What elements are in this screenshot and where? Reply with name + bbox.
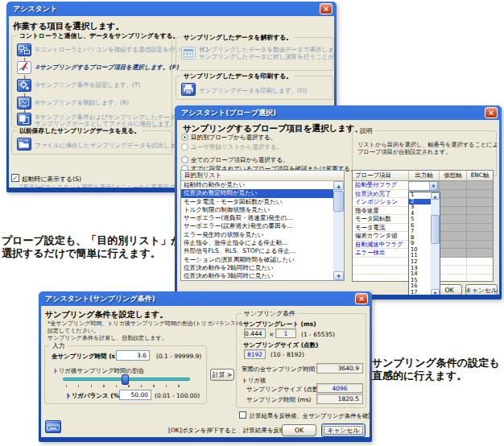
col-virtual-axis[interactable]: 仮想軸 (440, 171, 467, 181)
probe-item[interactable] (353, 275, 409, 283)
axis-cell[interactable] (440, 181, 467, 190)
chevron-down-icon[interactable]: ▼ (429, 182, 437, 190)
print-data-icon[interactable] (181, 83, 196, 96)
scroll-thumb[interactable] (431, 215, 440, 244)
analyze-data-icon[interactable] (181, 47, 196, 60)
axis-cell[interactable] (467, 190, 493, 199)
sampling-conditions-titlebar[interactable]: アシスタント(サンプリング条件) × (41, 291, 370, 306)
axis-cell[interactable] (440, 241, 467, 250)
axis-cell[interactable] (440, 190, 467, 199)
load-data-icon[interactable] (17, 138, 31, 151)
axis-cell[interactable] (467, 224, 493, 233)
radio-purpose-probe-label[interactable]: 目的別プローブから選択する。 (191, 134, 276, 142)
col-enc-axis[interactable]: ENC軸 (467, 171, 493, 181)
probe-item[interactable]: 偏差カウンタ値 (353, 232, 409, 241)
startup-checkbox[interactable]: ✓ (11, 174, 19, 182)
axis-cell[interactable] (440, 249, 467, 258)
trigger-balance-input[interactable]: 50.00 (119, 390, 151, 400)
probe-select-icon[interactable] (17, 61, 31, 74)
cancel-button[interactable]: キャンセル (465, 284, 498, 295)
axis-cell[interactable] (440, 266, 467, 275)
col-output-axis[interactable]: 出力軸 (409, 171, 440, 181)
list-item[interactable]: 外部信号FLS、RLS、STOPによる停止... (181, 247, 333, 255)
list-item[interactable]: サーボエラー(過負荷・過速度)発生の... (181, 214, 333, 222)
scroll-up-icon[interactable]: ▲ (333, 181, 344, 190)
probe-item[interactable]: モータ回転数 (353, 215, 409, 224)
axis-cell[interactable] (440, 215, 467, 224)
cancel-button[interactable]: キャンセル (321, 423, 366, 437)
list-item[interactable]: 停止指令、急停止指令による停止動... (181, 239, 333, 247)
output-axis-combo[interactable]: ▼ (408, 181, 438, 191)
list-item[interactable]: モーションの演算周期時間を確認したい (181, 256, 333, 264)
radio-all-probe[interactable] (181, 156, 188, 163)
keyboard-icon[interactable] (45, 420, 61, 433)
confirm-checkbox[interactable] (239, 411, 246, 419)
save-data-icon[interactable] (17, 113, 31, 126)
scroll-up-icon[interactable]: ▲ (431, 192, 440, 200)
comm-settings-icon[interactable] (17, 43, 31, 56)
probe-item[interactable] (353, 258, 409, 266)
probe-select-titlebar[interactable]: アシスタント(プローブ選択) × (177, 105, 499, 120)
axis-cell[interactable] (467, 232, 493, 241)
list-item[interactable]: 始動時の動作が見たい (181, 181, 333, 189)
axis-cell[interactable] (467, 241, 493, 250)
scroll-down-icon[interactable]: ▼ (431, 289, 440, 295)
axis-cell[interactable] (467, 215, 493, 224)
axis-cell[interactable] (467, 198, 493, 207)
close-icon[interactable]: × (320, 3, 333, 14)
list-item[interactable]: エラー発生時の状態を見たい (181, 231, 333, 239)
list-item-selected[interactable]: 位置決め整定時間が見たい (181, 189, 333, 197)
step-probe-select[interactable]: ②サンプリングするプローブ項目を選択します。(P) (35, 64, 179, 72)
axis-cell[interactable] (440, 207, 467, 216)
assistant-title: アシスタント (13, 4, 57, 14)
list-item[interactable]: モータ電流・モータ回転数が見たい (181, 198, 333, 206)
axis-cell[interactable] (467, 266, 493, 275)
axis-cell[interactable] (467, 258, 493, 266)
probe-item[interactable]: インポジション (353, 198, 409, 207)
close-icon[interactable]: × (485, 107, 498, 118)
axis-cell[interactable] (440, 258, 467, 266)
load-data-link[interactable]: ファイルに保存したサンプリングデータを読出します。(L) (35, 142, 196, 150)
axis-cell[interactable] (440, 224, 467, 233)
assistant-titlebar[interactable]: アシスタント × (9, 2, 334, 16)
analyze-data-line2[interactable]: サンプリングしたデータに対し演算を行うことができます。(D) (199, 53, 334, 61)
total-time-input[interactable]: 3.6 (116, 350, 150, 361)
axis-cell[interactable] (467, 249, 493, 258)
probe-item[interactable]: 自動減速中フラグ (353, 241, 409, 250)
rate-multiplier-box[interactable]: 1 (275, 328, 296, 338)
probe-item[interactable]: 始動受付フラグ (353, 181, 409, 190)
sampling-conditions-icon[interactable] (17, 79, 31, 92)
list-item[interactable]: トルク制限の制御状態を見たい (181, 206, 333, 214)
scroll-down-icon[interactable]: ▼ (333, 271, 344, 280)
purpose-list-header[interactable]: 目的別リスト (181, 171, 344, 181)
axis-cell[interactable] (467, 275, 493, 283)
step-sampling-conditions[interactable]: ③サンプリング条件を設定します。(T) (35, 81, 140, 89)
probe-item[interactable] (353, 266, 409, 275)
axis-cell[interactable] (440, 198, 467, 207)
list-item[interactable]: 位置決め動作を2軸同時に見たい (181, 264, 333, 272)
purpose-list-scrollbar[interactable]: ▲ ▼ (333, 181, 344, 280)
ok-button[interactable]: OK (282, 424, 316, 436)
calculate-button[interactable]: 計算 > (210, 369, 234, 381)
close-icon[interactable]: × (355, 293, 368, 304)
radio-all-probe-label[interactable]: 全てのプローブ項目から選択する。 (191, 156, 289, 164)
size-value-box[interactable]: 8192 (244, 349, 266, 359)
dropdown-scrollbar[interactable]: ▲ ▼ (431, 192, 440, 295)
probe-item[interactable]: 指令速度 (353, 207, 409, 216)
print-data-link[interactable]: サンプリングデータを印刷します。(O) (199, 87, 307, 95)
trigger-balance-slider-thumb[interactable] (122, 374, 129, 385)
list-item[interactable]: サーボエラー(誤差過大)発生の要因を... (181, 222, 333, 230)
list-item[interactable]: 位置決め動作を3軸同時に見たい (181, 272, 333, 280)
axis-cell[interactable] (467, 207, 493, 216)
step-start-sampling[interactable]: ④サンプリングを開始します。(R) (35, 99, 129, 107)
probe-item[interactable]: モータ電流 (353, 224, 409, 233)
axis-cell[interactable] (467, 181, 493, 190)
probe-item[interactable]: 位置決め完了 (353, 190, 409, 199)
axis-cell[interactable] (440, 275, 467, 283)
probe-item[interactable]: エラー検出 (353, 249, 409, 258)
analyze-group: サンプリングしたデータを解析する。 サンプリングしたデータを数値データで表示しま… (176, 37, 333, 71)
scroll-thumb[interactable] (333, 191, 344, 212)
axis-cell[interactable] (440, 232, 467, 241)
radio-purpose-probe[interactable] (181, 134, 188, 141)
col-probe-item[interactable]: プローブ項目 (353, 171, 409, 181)
